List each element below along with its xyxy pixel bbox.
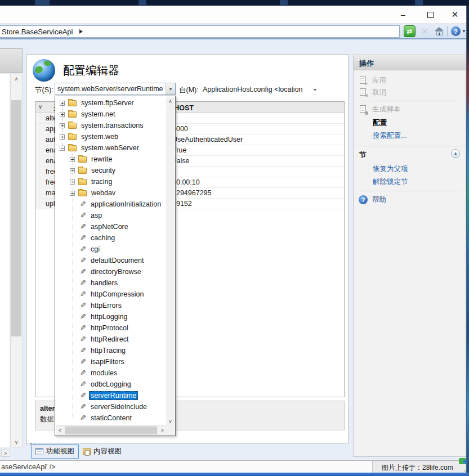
property-value-cell[interactable]: 5000 xyxy=(169,124,344,134)
expand-icon[interactable] xyxy=(60,112,65,117)
help-dropdown-caret-icon[interactable]: ▼ xyxy=(462,29,466,34)
tree-item-odbcLogging[interactable]: ✎odbcLogging xyxy=(56,379,166,390)
breadcrumb-arrow-icon[interactable] xyxy=(79,29,83,34)
property-value-cell[interactable] xyxy=(169,113,344,123)
help-icon: ? xyxy=(359,195,368,204)
tree-item-defaultDocument[interactable]: ✎defaultDocument xyxy=(56,255,166,266)
property-value-cell[interactable]: True xyxy=(169,145,344,155)
help-button[interactable]: ? xyxy=(450,25,462,37)
tree-item-webdav[interactable]: webdav xyxy=(56,187,166,199)
tree-item-caching[interactable]: ✎caching xyxy=(56,232,166,244)
tree-item-tracing[interactable]: tracing xyxy=(56,176,166,187)
scroll-down-icon[interactable]: ∨ xyxy=(166,417,175,425)
tree-item-staticContent[interactable]: ✎staticContent xyxy=(56,412,166,424)
actions-section-header: 节∧ xyxy=(354,146,466,163)
tree-item-security[interactable]: security xyxy=(56,165,166,176)
tree-item-system.net[interactable]: system.net xyxy=(56,109,166,120)
action-link[interactable]: 解除锁定节 xyxy=(354,176,466,188)
property-value-cell[interactable]: 4294967295 xyxy=(169,188,344,198)
folder-icon xyxy=(68,134,77,140)
expand-icon[interactable] xyxy=(60,101,65,106)
tree-item-aspNetCore[interactable]: ✎aspNetCore xyxy=(56,221,166,232)
title-bar: – ✕ xyxy=(0,6,469,24)
action-label: 生成脚本 xyxy=(372,105,400,114)
tree-item-cgi[interactable]: ✎cgi xyxy=(56,244,166,255)
from-combobox[interactable]: ApplicationHost.config <location xyxy=(203,86,303,93)
folder-icon xyxy=(78,156,87,163)
property-value-cell[interactable]: 2 xyxy=(169,167,344,177)
tree-item-httpErrors[interactable]: ✎httpErrors xyxy=(56,300,166,311)
property-value-cell[interactable]: 49152 xyxy=(169,199,344,209)
tree-item-httpCompression[interactable]: ✎httpCompression xyxy=(56,289,166,300)
tree-item-isapiFilters[interactable]: ✎isapiFilters xyxy=(56,356,166,367)
section-pencil-icon: ✎ xyxy=(78,212,86,219)
collapse-section-button[interactable]: ∧ xyxy=(451,149,460,158)
action-link[interactable]: 搜索配置... xyxy=(354,129,466,142)
tab-content-view[interactable]: 内容视图 xyxy=(79,445,126,458)
action-label: 应用 xyxy=(372,76,386,86)
folder-icon xyxy=(78,168,87,174)
tree-item-httpTracing[interactable]: ✎httpTracing xyxy=(56,345,166,356)
scroll-right-icon[interactable]: > xyxy=(1,450,10,457)
from-label: 自(M): xyxy=(179,86,199,95)
scrollbar-thumb[interactable] xyxy=(11,100,21,336)
scroll-left-icon[interactable]: < xyxy=(56,426,64,435)
actions-group-label: 配置 xyxy=(354,115,466,129)
expand-icon[interactable] xyxy=(70,168,75,173)
tree-item-label: directoryBrowse xyxy=(89,267,143,276)
tree-horizontal-scrollbar[interactable]: < > xyxy=(56,425,167,435)
property-value-cell[interactable]: False xyxy=(169,156,344,166)
actions-separator xyxy=(358,191,461,191)
tree-item-serverSideInclude[interactable]: ✎serverSideInclude xyxy=(56,401,166,412)
section-pencil-icon: ✎ xyxy=(78,302,86,309)
tree-item-system.webServer[interactable]: system.webServer xyxy=(56,142,166,154)
from-dropdown-icon[interactable]: ▼ xyxy=(313,88,317,92)
refresh-button[interactable]: ⇄ xyxy=(404,25,416,37)
scroll-right-icon[interactable]: > xyxy=(158,426,167,435)
tree-vertical-scrollbar[interactable]: ∧ ∨ xyxy=(166,97,175,425)
breadcrumb: Store.BaseServiceApi xyxy=(2,28,73,36)
section-pencil-icon: ✎ xyxy=(78,369,86,377)
expand-icon[interactable] xyxy=(60,123,65,128)
tree-item-httpProtocol[interactable]: ✎httpProtocol xyxy=(56,322,166,334)
scroll-up-icon[interactable]: ∧ xyxy=(166,97,175,105)
tree-item-httpRedirect[interactable]: ✎httpRedirect xyxy=(56,334,166,345)
property-value-cell[interactable]: 00:00:10 xyxy=(169,177,344,187)
scroll-up-icon[interactable]: ∧ xyxy=(11,74,22,83)
tree-item-httpLogging[interactable]: ✎httpLogging xyxy=(56,311,166,322)
actions-list: ✓应用✕取消生成脚本配置搜索配置...节∧恢复为父项解除锁定节?帮助 xyxy=(354,70,466,206)
expand-icon[interactable] xyxy=(70,157,75,162)
tree-item-modules[interactable]: ✎modules xyxy=(56,367,166,379)
action-script: 生成脚本 xyxy=(354,104,466,115)
section-combobox[interactable]: system.webServer/serverRuntime ▼ xyxy=(55,83,176,95)
minimize-button[interactable]: – xyxy=(394,7,413,22)
tree-item-rewrite[interactable]: rewrite xyxy=(56,154,166,165)
tree-item-serverRuntime[interactable]: ✎serverRuntime xyxy=(56,390,166,401)
tab-features-view[interactable]: 功能视图 xyxy=(31,444,79,459)
address-input[interactable]: Store.BaseServiceApi xyxy=(0,25,400,38)
tree-item-directoryBrowse[interactable]: ✎directoryBrowse xyxy=(56,266,166,277)
tree-item-system.transactions[interactable]: system.transactions xyxy=(56,120,166,131)
combobox-dropdown-icon[interactable]: ▼ xyxy=(166,83,175,95)
expand-icon[interactable] xyxy=(60,134,65,140)
collapse-icon[interactable] xyxy=(60,146,65,151)
scrollbar-thumb[interactable] xyxy=(65,426,157,434)
expand-icon[interactable] xyxy=(70,191,75,196)
collapse-chevron-icon[interactable]: ∨ xyxy=(38,104,42,110)
help-action[interactable]: ?帮助 xyxy=(354,194,466,206)
tree-item-system.web[interactable]: system.web xyxy=(56,131,166,142)
tree-item-applicationInitialization[interactable]: ✎applicationInitialization xyxy=(56,199,166,210)
expand-icon[interactable] xyxy=(70,179,75,185)
connections-scrollbar[interactable]: ∧ ∨ xyxy=(10,74,23,447)
tree-item-system.ftpServer[interactable]: system.ftpServer xyxy=(56,97,166,109)
action-label: 帮助 xyxy=(372,195,386,205)
close-button[interactable]: ✕ xyxy=(445,7,464,22)
scroll-down-icon[interactable]: ∨ xyxy=(11,438,22,447)
home-button[interactable] xyxy=(434,25,445,37)
tree-item-asp[interactable]: ✎asp xyxy=(56,210,166,221)
property-value-cell[interactable]: UseAuthenticatedUser xyxy=(169,134,344,145)
action-link[interactable]: 恢复为父项 xyxy=(354,163,466,176)
tree-item-label: system.transactions xyxy=(79,121,145,130)
tree-item-handlers[interactable]: ✎handlers xyxy=(56,277,166,289)
maximize-button[interactable] xyxy=(421,7,440,22)
